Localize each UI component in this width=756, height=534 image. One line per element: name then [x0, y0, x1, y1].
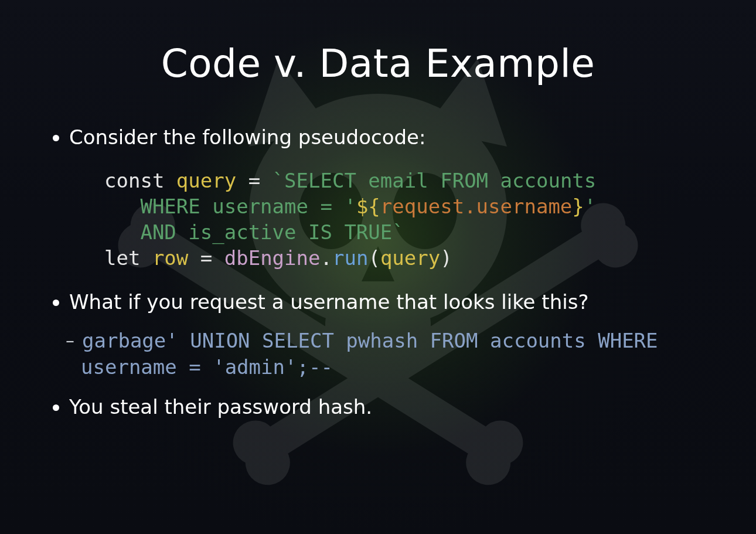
code-operator: = [236, 169, 272, 192]
code-method: run [332, 246, 368, 270]
slide-title: Code v. Data Example [35, 41, 721, 86]
bullet-text-2: What if you request a username that look… [69, 290, 588, 314]
code-string: `SELECT email FROM accounts [273, 169, 597, 192]
code-string: WHERE username = ' [104, 195, 356, 218]
bullet-item-1: Consider the following pseudocode: const… [69, 124, 721, 271]
bullet-text-1: Consider the following pseudocode: [69, 125, 425, 149]
slide: Code v. Data Example Consider the follow… [0, 0, 756, 534]
bullet-item-2: What if you request a username that look… [69, 289, 721, 382]
bullet-text-3: You steal their password hash. [69, 395, 372, 419]
code-dot: . [321, 246, 332, 270]
code-paren: ( [368, 246, 380, 270]
code-paren: ) [440, 246, 452, 270]
bullet-list: Consider the following pseudocode: const… [35, 124, 721, 421]
injection-payload-code: garbage' UNION SELECT pwhash FROM accoun… [81, 329, 670, 379]
code-identifier: row [152, 246, 188, 270]
code-operator: = [188, 246, 224, 270]
code-block: const query = `SELECT email FROM account… [104, 168, 721, 271]
sub-bullet-list: garbage' UNION SELECT pwhash FROM accoun… [69, 328, 721, 382]
code-keyword: const [104, 169, 176, 192]
code-keyword: let [104, 246, 152, 270]
code-object: dbEngine [224, 246, 321, 270]
bullet-item-3: You steal their password hash. [69, 394, 721, 421]
code-interpolation-brace: ${ [356, 195, 380, 218]
code-argument: query [380, 246, 440, 270]
code-string: ' [584, 195, 596, 218]
code-string: AND is_active IS TRUE` [104, 220, 404, 244]
code-identifier: query [176, 169, 236, 192]
sub-bullet-item: garbage' UNION SELECT pwhash FROM accoun… [81, 328, 721, 382]
code-interpolation-brace: } [572, 195, 584, 218]
code-interpolation-value: request.username [380, 195, 573, 218]
